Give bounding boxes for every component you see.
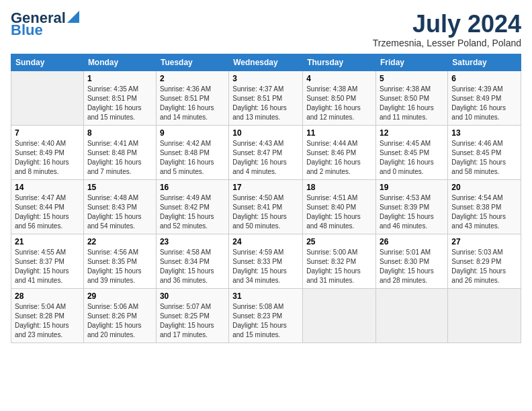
- location-title: Trzemesnia, Lesser Poland, Poland: [373, 38, 521, 48]
- day-number: 18: [306, 183, 372, 192]
- day-info: Sunrise: 4:49 AM Sunset: 8:42 PM Dayligh…: [160, 193, 225, 231]
- col-header-wednesday: Wednesday: [229, 54, 303, 71]
- day-info: Sunrise: 4:59 AM Sunset: 8:33 PM Dayligh…: [232, 248, 299, 285]
- day-info: Sunrise: 5:06 AM Sunset: 8:26 PM Dayligh…: [87, 302, 152, 340]
- day-number: 1: [87, 74, 152, 83]
- col-header-friday: Friday: [376, 54, 448, 71]
- day-info: Sunrise: 5:01 AM Sunset: 8:30 PM Dayligh…: [380, 248, 444, 285]
- col-header-tuesday: Tuesday: [156, 54, 228, 71]
- day-cell: 12Sunrise: 4:45 AM Sunset: 8:45 PM Dayli…: [376, 125, 448, 179]
- day-info: Sunrise: 4:44 AM Sunset: 8:46 PM Dayligh…: [306, 139, 372, 177]
- day-cell: 28Sunrise: 5:04 AM Sunset: 8:28 PM Dayli…: [11, 288, 84, 342]
- calendar-table: SundayMondayTuesdayWednesdayThursdayFrid…: [11, 54, 521, 343]
- logo-icon: [67, 11, 79, 23]
- day-info: Sunrise: 4:54 AM Sunset: 8:38 PM Dayligh…: [451, 193, 517, 231]
- day-number: 4: [306, 74, 372, 83]
- day-number: 11: [306, 128, 372, 138]
- day-cell: 11Sunrise: 4:44 AM Sunset: 8:46 PM Dayli…: [303, 125, 376, 179]
- day-number: 12: [380, 128, 444, 138]
- day-cell: 6Sunrise: 4:39 AM Sunset: 8:49 PM Daylig…: [448, 71, 521, 125]
- day-cell: 10Sunrise: 4:43 AM Sunset: 8:47 PM Dayli…: [229, 125, 303, 179]
- day-number: 13: [451, 128, 517, 138]
- day-cell: [376, 288, 448, 342]
- day-number: 6: [451, 74, 517, 83]
- day-cell: [11, 71, 84, 125]
- day-cell: 26Sunrise: 5:01 AM Sunset: 8:30 PM Dayli…: [376, 234, 448, 288]
- day-number: 14: [15, 183, 80, 192]
- day-info: Sunrise: 4:42 AM Sunset: 8:48 PM Dayligh…: [160, 139, 225, 177]
- day-cell: 13Sunrise: 4:46 AM Sunset: 8:45 PM Dayli…: [448, 125, 521, 179]
- week-row-4: 21Sunrise: 4:55 AM Sunset: 8:37 PM Dayli…: [11, 234, 521, 288]
- day-cell: 9Sunrise: 4:42 AM Sunset: 8:48 PM Daylig…: [156, 125, 228, 179]
- day-number: 26: [380, 237, 444, 246]
- day-cell: 3Sunrise: 4:37 AM Sunset: 8:51 PM Daylig…: [229, 71, 303, 125]
- day-cell: 29Sunrise: 5:06 AM Sunset: 8:26 PM Dayli…: [83, 288, 156, 342]
- day-info: Sunrise: 4:45 AM Sunset: 8:45 PM Dayligh…: [380, 139, 444, 177]
- col-header-sunday: Sunday: [11, 54, 84, 71]
- title-area: July 2024 Trzemesnia, Lesser Poland, Pol…: [373, 11, 521, 48]
- day-number: 23: [160, 237, 225, 246]
- day-cell: 16Sunrise: 4:49 AM Sunset: 8:42 PM Dayli…: [156, 179, 228, 234]
- day-number: 24: [232, 237, 299, 246]
- day-info: Sunrise: 4:50 AM Sunset: 8:41 PM Dayligh…: [232, 193, 299, 231]
- day-info: Sunrise: 4:48 AM Sunset: 8:43 PM Dayligh…: [87, 193, 152, 231]
- day-info: Sunrise: 4:40 AM Sunset: 8:49 PM Dayligh…: [15, 139, 80, 177]
- day-cell: 25Sunrise: 5:00 AM Sunset: 8:32 PM Dayli…: [303, 234, 376, 288]
- svg-marker-0: [67, 11, 79, 23]
- day-cell: 2Sunrise: 4:36 AM Sunset: 8:51 PM Daylig…: [156, 71, 228, 125]
- day-info: Sunrise: 5:08 AM Sunset: 8:23 PM Dayligh…: [232, 302, 299, 340]
- day-cell: [303, 288, 376, 342]
- day-cell: 1Sunrise: 4:35 AM Sunset: 8:51 PM Daylig…: [83, 71, 156, 125]
- day-cell: 5Sunrise: 4:38 AM Sunset: 8:50 PM Daylig…: [376, 71, 448, 125]
- day-info: Sunrise: 4:46 AM Sunset: 8:45 PM Dayligh…: [451, 139, 517, 177]
- day-cell: 18Sunrise: 4:51 AM Sunset: 8:40 PM Dayli…: [303, 179, 376, 234]
- day-info: Sunrise: 4:38 AM Sunset: 8:50 PM Dayligh…: [380, 85, 444, 122]
- day-info: Sunrise: 4:47 AM Sunset: 8:44 PM Dayligh…: [15, 193, 80, 231]
- day-number: 21: [15, 237, 80, 246]
- day-info: Sunrise: 4:36 AM Sunset: 8:51 PM Dayligh…: [160, 85, 225, 122]
- day-cell: 30Sunrise: 5:07 AM Sunset: 8:25 PM Dayli…: [156, 288, 228, 342]
- day-number: 27: [451, 237, 517, 246]
- day-cell: 31Sunrise: 5:08 AM Sunset: 8:23 PM Dayli…: [229, 288, 303, 342]
- logo: General Blue: [11, 11, 79, 38]
- day-cell: 15Sunrise: 4:48 AM Sunset: 8:43 PM Dayli…: [83, 179, 156, 234]
- day-info: Sunrise: 5:03 AM Sunset: 8:29 PM Dayligh…: [451, 248, 517, 285]
- page-header: General Blue July 2024 Trzemesnia, Lesse…: [11, 11, 521, 48]
- day-number: 10: [232, 128, 299, 138]
- day-number: 22: [87, 237, 152, 246]
- day-cell: 27Sunrise: 5:03 AM Sunset: 8:29 PM Dayli…: [448, 234, 521, 288]
- week-row-3: 14Sunrise: 4:47 AM Sunset: 8:44 PM Dayli…: [11, 179, 521, 234]
- week-row-2: 7Sunrise: 4:40 AM Sunset: 8:49 PM Daylig…: [11, 125, 521, 179]
- day-number: 25: [306, 237, 372, 246]
- col-header-saturday: Saturday: [448, 54, 521, 71]
- month-title: July 2024: [373, 11, 521, 38]
- day-number: 2: [160, 74, 225, 83]
- day-info: Sunrise: 4:55 AM Sunset: 8:37 PM Dayligh…: [15, 248, 80, 285]
- day-cell: 22Sunrise: 4:56 AM Sunset: 8:35 PM Dayli…: [83, 234, 156, 288]
- day-info: Sunrise: 4:39 AM Sunset: 8:49 PM Dayligh…: [451, 85, 517, 122]
- day-cell: 24Sunrise: 4:59 AM Sunset: 8:33 PM Dayli…: [229, 234, 303, 288]
- day-info: Sunrise: 4:38 AM Sunset: 8:50 PM Dayligh…: [306, 85, 372, 122]
- day-number: 8: [87, 128, 152, 138]
- day-cell: [448, 288, 521, 342]
- day-number: 3: [232, 74, 299, 83]
- week-row-1: 1Sunrise: 4:35 AM Sunset: 8:51 PM Daylig…: [11, 71, 521, 125]
- day-info: Sunrise: 4:43 AM Sunset: 8:47 PM Dayligh…: [232, 139, 299, 177]
- day-info: Sunrise: 4:41 AM Sunset: 8:48 PM Dayligh…: [87, 139, 152, 177]
- day-number: 15: [87, 183, 152, 192]
- day-info: Sunrise: 4:37 AM Sunset: 8:51 PM Dayligh…: [232, 85, 299, 122]
- week-row-5: 28Sunrise: 5:04 AM Sunset: 8:28 PM Dayli…: [11, 288, 521, 342]
- day-number: 29: [87, 291, 152, 301]
- day-info: Sunrise: 4:56 AM Sunset: 8:35 PM Dayligh…: [87, 248, 152, 285]
- day-cell: 19Sunrise: 4:53 AM Sunset: 8:39 PM Dayli…: [376, 179, 448, 234]
- day-number: 9: [160, 128, 225, 138]
- logo-blue: Blue: [11, 23, 43, 38]
- day-number: 7: [15, 128, 80, 138]
- day-number: 17: [232, 183, 299, 192]
- day-cell: 14Sunrise: 4:47 AM Sunset: 8:44 PM Dayli…: [11, 179, 84, 234]
- day-cell: 7Sunrise: 4:40 AM Sunset: 8:49 PM Daylig…: [11, 125, 84, 179]
- day-cell: 20Sunrise: 4:54 AM Sunset: 8:38 PM Dayli…: [448, 179, 521, 234]
- day-number: 28: [15, 291, 80, 301]
- day-number: 5: [380, 74, 444, 83]
- day-info: Sunrise: 4:53 AM Sunset: 8:39 PM Dayligh…: [380, 193, 444, 231]
